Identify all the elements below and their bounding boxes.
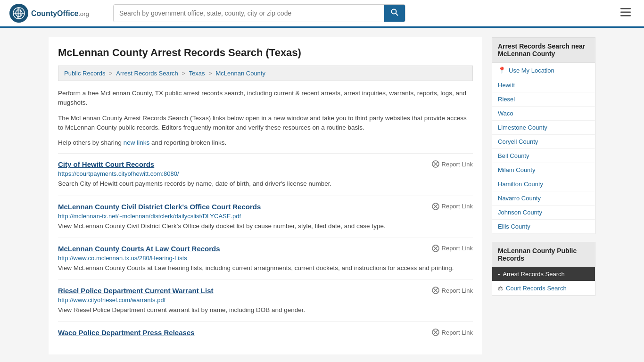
sidebar: Arrest Records Search near McLennan Coun… [492,37,595,354]
result-item: McLennan County Civil District Clerk's O… [58,196,473,238]
sidebar-location-riesel: Riesel [492,92,595,107]
location-link-riesel[interactable]: Riesel [498,96,515,103]
result-title[interactable]: Riesel Police Department Current Warrant… [58,287,214,295]
record-link-arrest[interactable]: Arrest Records Search [503,271,565,278]
breadcrumb: Public Records > Arrest Records Search >… [58,66,473,81]
sidebar-record-court[interactable]: ⚖ Court Records Search [492,281,595,296]
result-url: http://www.cityofriesel.com/warrants.pdf [58,296,473,304]
svg-rect-7 [620,8,631,9]
result-item: City of Hewitt Court Records Report Link… [58,153,473,195]
breadcrumb-mclennan[interactable]: McLennan County [215,70,265,77]
result-desc: View Riesel Police Department current wa… [58,305,473,315]
sidebar-location-ellis: Ellis County [492,220,595,234]
location-link-limestone[interactable]: Limestone County [498,124,547,131]
desc-para-2: The McLennan County Arrest Records Searc… [58,114,473,133]
result-header: Riesel Police Department Current Warrant… [58,287,473,295]
header: CountyOffice.org [0,0,644,28]
court-icon: ⚖ [498,285,503,292]
result-desc: View McLennan County Civil District Cler… [58,222,473,231]
sidebar-location-navarro: Navarro County [492,191,595,206]
location-link-hamilton[interactable]: Hamilton County [498,181,543,188]
result-title[interactable]: City of Hewitt Court Records [58,160,154,168]
report-link[interactable]: Report Link [432,203,473,210]
sidebar-location-hewitt: Hewitt [492,78,595,92]
svg-line-6 [396,14,398,16]
sidebar-public-records: McLennan County Public Records ▪ Arrest … [492,242,595,296]
location-link-bell[interactable]: Bell County [498,152,529,159]
svg-point-5 [392,9,396,14]
result-desc: View McLennan County Courts at Law heari… [58,263,473,273]
logo-area: CountyOffice.org [9,4,104,23]
result-url: http://www.co.mclennan.tx.us/280/Hearing… [58,255,473,262]
result-desc: Search City of Hewitt court payments rec… [58,179,473,189]
svg-rect-8 [620,12,631,13]
desc-para-3-prefix: Help others by sharing [58,139,124,146]
sidebar-location-hamilton: Hamilton County [492,177,595,191]
sidebar-public-records-title: McLennan County Public Records [492,242,595,267]
breadcrumb-texas[interactable]: Texas [189,70,205,77]
location-link-ellis[interactable]: Ellis County [498,223,530,230]
result-item: McLennan County Courts At Law Court Reco… [58,238,473,280]
desc-para-3-suffix: and reporting broken links. [149,139,226,146]
location-link-navarro[interactable]: Navarro County [498,195,541,202]
page-title: McLennan County Arrest Records Search (T… [58,47,473,59]
use-my-location-link[interactable]: Use My Location [509,67,554,74]
desc-para-3: Help others by sharing new links and rep… [58,138,473,148]
content-area: McLennan County Arrest Records Search (T… [49,37,482,354]
result-url: https://courtpayments.cityofhewitt.com:8… [58,170,473,177]
sidebar-location-coryell: Coryell County [492,135,595,149]
result-url: http://mclennan-tx.net/~mclennan/distcle… [58,213,473,220]
record-link-court[interactable]: Court Records Search [506,285,567,292]
location-link-waco[interactable]: Waco [498,110,513,117]
sidebar-location-milam: Milam County [492,163,595,177]
sidebar-nearby: Arrest Records Search near McLennan Coun… [492,37,595,234]
sidebar-location-johnson: Johnson County [492,206,595,220]
breadcrumb-arrest-records[interactable]: Arrest Records Search [116,70,178,77]
result-header: McLennan County Civil District Clerk's O… [58,203,473,211]
search-button[interactable] [384,5,405,22]
sidebar-location-limestone: Limestone County [492,121,595,135]
location-pin-icon: 📍 [498,66,506,74]
sidebar-location-waco: Waco [492,107,595,121]
desc-para-1: Perform a free McLennan County, TX publi… [58,89,473,108]
location-link-coryell[interactable]: Coryell County [498,138,538,145]
results-list: City of Hewitt Court Records Report Link… [58,153,473,345]
result-title[interactable]: McLennan County Civil District Clerk's O… [58,203,261,211]
report-link[interactable]: Report Link [432,160,473,168]
svg-rect-9 [620,15,631,16]
result-item: Riesel Police Department Current Warrant… [58,280,473,321]
location-link-milam[interactable]: Milam County [498,166,535,173]
new-links-link[interactable]: new links [124,139,150,146]
breadcrumb-sep-2: > [182,70,187,77]
location-link-johnson[interactable]: Johnson County [498,209,542,216]
sidebar-location-bell: Bell County [492,149,595,163]
result-header: McLennan County Courts At Law Court Reco… [58,245,473,253]
report-link[interactable]: Report Link [432,329,473,336]
arrest-icon: ▪ [498,271,500,278]
search-input[interactable] [114,5,384,22]
result-item: Waco Police Department Press Releases Re… [58,321,473,345]
sidebar-nearby-title: Arrest Records Search near McLennan Coun… [492,38,595,63]
result-header: Waco Police Department Press Releases Re… [58,329,473,337]
sidebar-use-location[interactable]: 📍 Use My Location [492,63,595,78]
search-bar [113,4,405,22]
result-title[interactable]: Waco Police Department Press Releases [58,329,195,337]
breadcrumb-sep-3: > [208,70,214,77]
logo-icon [9,4,28,23]
hamburger-button[interactable] [617,5,635,21]
main-container: McLennan County Arrest Records Search (T… [39,28,605,362]
sidebar-record-arrest[interactable]: ▪ Arrest Records Search [492,267,595,281]
result-title[interactable]: McLennan County Courts At Law Court Reco… [58,245,220,253]
breadcrumb-public-records[interactable]: Public Records [64,70,105,77]
location-link-hewitt[interactable]: Hewitt [498,82,515,89]
report-link[interactable]: Report Link [432,245,473,252]
report-link[interactable]: Report Link [432,287,473,294]
breadcrumb-sep-1: > [109,70,114,77]
result-header: City of Hewitt Court Records Report Link [58,160,473,168]
logo-text: CountyOffice.org [31,8,89,18]
